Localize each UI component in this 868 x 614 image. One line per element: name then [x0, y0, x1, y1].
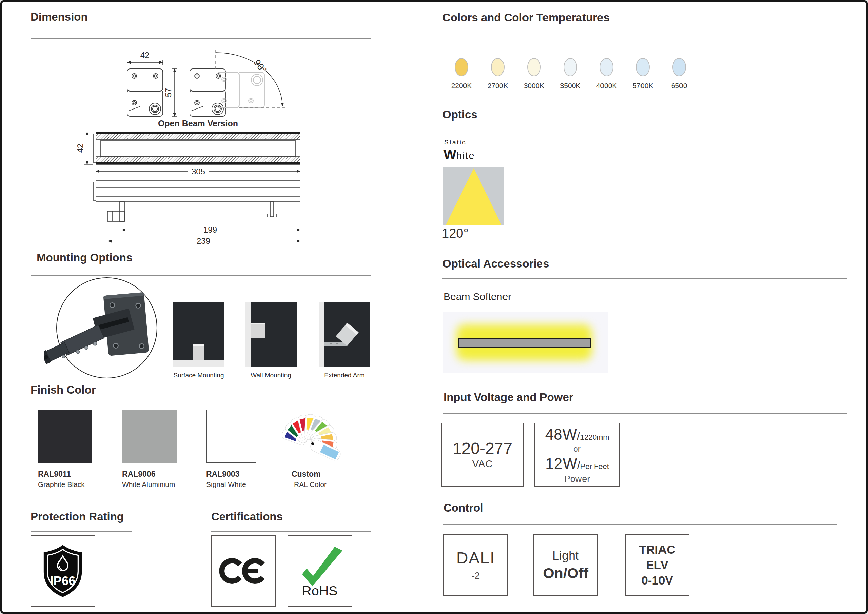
cct-item: 2200K: [446, 58, 476, 90]
cct-label: 5700K: [628, 82, 658, 90]
cct-item: 3500K: [555, 58, 585, 90]
mounting-bracket-photo: [44, 273, 169, 385]
swatch-code: RAL9003: [206, 470, 239, 479]
control-label: ELV: [646, 557, 668, 573]
beam-angle-graphic: [443, 167, 504, 225]
divider: [211, 531, 371, 532]
control-sublabel: -2: [472, 571, 480, 581]
slash: /: [577, 459, 580, 471]
voltage-unit: VAC: [472, 458, 493, 470]
ral-color-fan-icon: [282, 406, 344, 465]
ce-mark-box: [211, 535, 276, 606]
dim-front-height: 42: [76, 144, 85, 153]
divider: [443, 524, 837, 525]
swatch-code: Custom: [291, 470, 321, 479]
dim-front-length: 305: [192, 167, 205, 176]
ip-rating-text: IP66: [50, 574, 76, 588]
control-option-light-onoff: Light On/Off: [533, 534, 598, 596]
swatch-name: RAL Color: [294, 481, 327, 488]
dimension-technical-drawing: 42 57 90° Ope: [63, 45, 324, 248]
rohs-text: RoHS: [302, 583, 337, 598]
control-label: DALI: [456, 549, 495, 567]
section-title-certifications: Certifications: [211, 510, 283, 523]
swatch-code: RAL9006: [122, 470, 155, 479]
ip66-badge-box: IP66: [31, 535, 95, 606]
mounting-option-surface: Surface Mounting: [173, 302, 225, 379]
control-option-triac: TRIAC ELV 0-10V: [625, 534, 689, 596]
control-option-dali: DALI -2: [443, 534, 508, 596]
beam-softener-label: Beam Softener: [443, 291, 511, 302]
control-label: TRIAC: [639, 542, 676, 557]
rohs-icon: RoHS: [293, 542, 347, 600]
swatch-name: Graphite Black: [38, 481, 85, 488]
slash: /: [577, 430, 580, 442]
ce-mark-icon: [218, 554, 269, 588]
cct-swatch: [564, 58, 577, 76]
wattage-line-2: 12W/Per Feet: [545, 454, 609, 473]
front-view-drawing: [93, 132, 300, 164]
voltage-range: 120-277: [453, 440, 512, 458]
cct-label: 3500K: [555, 82, 585, 90]
ip66-shield-icon: IP66: [41, 543, 85, 598]
finish-swatch-ral9006: [122, 409, 177, 463]
section-title-cct: Colors and Color Temperatures: [442, 11, 610, 24]
section-title-power: Input Voltage and Power: [443, 391, 574, 404]
profile-view-drawing: [93, 181, 300, 222]
mounting-option-label: Surface Mounting: [173, 372, 225, 379]
power-text: Power: [564, 474, 590, 484]
divider: [442, 38, 846, 38]
mode-initial: W: [443, 147, 456, 162]
cct-swatch: [600, 58, 613, 76]
control-label: 0-10V: [641, 573, 673, 588]
swatch-name: White Aluminium: [122, 481, 175, 488]
spec-sheet-page: Dimension: [0, 0, 868, 614]
end-view-unit: [127, 69, 163, 116]
control-label: Light: [552, 549, 579, 563]
arm-screw-dot: [336, 343, 338, 344]
cct-label: 2700K: [483, 82, 513, 90]
green-check-icon: [302, 547, 343, 586]
beam-softener-graphic: [443, 312, 608, 373]
cct-label: 2200K: [446, 82, 476, 90]
floor-graphic: [173, 360, 225, 367]
cct-swatch: [491, 58, 505, 76]
swatch-code: RAL9011: [38, 470, 71, 479]
divider: [31, 531, 132, 532]
extended-arm-graphic: [319, 302, 370, 367]
mounting-option-label: Wall Mounting: [245, 372, 297, 379]
surface-mounting-graphic: [173, 302, 225, 367]
wall-mounting-graphic: [245, 302, 297, 367]
section-title-mounting: Mounting Options: [37, 251, 132, 264]
mode-rest: hite: [456, 150, 475, 161]
mounting-option-wall: Wall Mounting: [245, 302, 297, 379]
rohs-mark-box: RoHS: [288, 535, 352, 606]
wattage-per: 1220mm: [580, 433, 609, 442]
wattage-per: Per Feet: [580, 462, 609, 471]
wattage-line-1: 48W/1220mm: [545, 425, 609, 443]
wattage-box: 48W/1220mm or 12W/Per Feet Power: [534, 423, 620, 487]
finish-swatch-ral9003: [206, 409, 256, 463]
cct-item: 4000K: [592, 58, 622, 90]
fixture-block: [193, 344, 205, 360]
dim-overall-span: 239: [197, 236, 210, 245]
cct-item: 6500: [664, 58, 694, 90]
wattage-value: 12W: [545, 455, 577, 472]
wall-graphic: [245, 302, 251, 367]
dim-unit-height: 57: [164, 88, 173, 97]
dim-unit-width: 42: [140, 51, 150, 60]
cct-label: 6500: [664, 82, 694, 90]
cct-item: 2700K: [483, 58, 513, 90]
end-view-unit-rotatable: [190, 69, 225, 116]
divider: [31, 38, 371, 39]
divider: [443, 413, 846, 414]
optics-mode-name: White: [443, 147, 475, 162]
section-title-protection: Protection Rating: [31, 510, 124, 523]
cct-item: 5700K: [628, 58, 658, 90]
finish-swatch-ral9011: [38, 409, 92, 463]
divider: [442, 278, 846, 279]
or-text: or: [574, 444, 580, 454]
wall-graphic: [319, 302, 324, 367]
cct-swatch-row: 2200K 2700K 3000K 3500K 4000K 5700K 6500: [446, 58, 701, 90]
swatch-name: Signal White: [206, 481, 246, 488]
section-title-finish-color: Finish Color: [31, 383, 96, 396]
